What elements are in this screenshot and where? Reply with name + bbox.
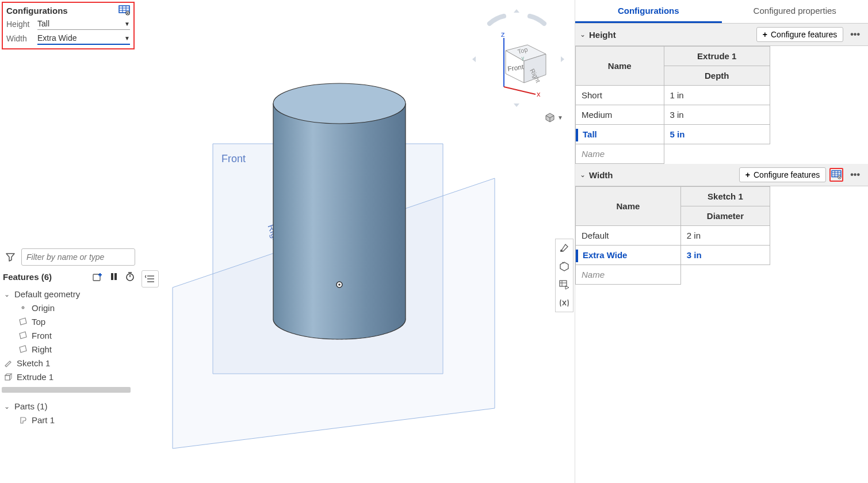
- configurations-panel: Configurations HeightTall▼WidthExtra Wid…: [2, 2, 135, 49]
- more-icon[interactable]: •••: [847, 29, 863, 40]
- config-table-title: Width: [589, 170, 736, 180]
- svg-marker-35: [514, 103, 519, 107]
- more-icon[interactable]: •••: [847, 170, 863, 180]
- part-icon: [18, 415, 28, 425]
- config-label: Height: [6, 20, 34, 29]
- svg-marker-53: [560, 262, 568, 271]
- col-header-feature: Extrude 1: [664, 47, 770, 66]
- plane-icon: [18, 344, 28, 354]
- config-tool-icon[interactable]: [556, 276, 573, 293]
- table-row[interactable]: Short1 in: [576, 86, 770, 105]
- chevron-down-icon[interactable]: ⌄: [3, 402, 11, 411]
- instance-tool-icon[interactable]: [556, 258, 573, 275]
- cell-placeholder[interactable]: Name: [576, 265, 681, 285]
- tree-item[interactable]: Front: [2, 328, 137, 342]
- timer-icon[interactable]: [124, 270, 136, 283]
- plane-label-front: Front: [221, 153, 246, 164]
- svg-point-33: [338, 283, 341, 286]
- tree-label: Top: [32, 317, 45, 327]
- tree-item[interactable]: Right: [2, 342, 137, 356]
- col-header-param: Diameter: [680, 206, 770, 226]
- tree-item[interactable]: Part 1: [2, 413, 137, 427]
- features-heading: Features (6): [3, 272, 88, 282]
- svg-point-16: [22, 307, 24, 308]
- variable-tool-icon[interactable]: [556, 294, 573, 312]
- filter-icon[interactable]: [4, 251, 17, 263]
- svg-rect-11: [114, 273, 117, 280]
- svg-rect-10: [111, 273, 113, 280]
- config-dropdown[interactable]: Tall▼: [37, 18, 130, 30]
- config-select-width: WidthExtra Wide▼: [6, 32, 130, 45]
- svg-marker-18: [20, 332, 26, 339]
- cell-name[interactable]: Short: [576, 86, 664, 105]
- table-row[interactable]: Extra Wide3 in: [576, 246, 770, 265]
- table-row[interactable]: Medium3 in: [576, 105, 770, 125]
- plane-icon: [18, 330, 28, 340]
- config-select-height: HeightTall▼: [6, 18, 130, 30]
- svg-text:x: x: [537, 90, 541, 98]
- config-table-header: ⌄Height+Configure features•••: [575, 24, 868, 46]
- plane-icon: [18, 316, 28, 327]
- configurations-panel-title: Configurations: [6, 6, 68, 16]
- config-table-title: Height: [589, 30, 753, 40]
- config-table-icon[interactable]: [118, 5, 130, 16]
- tree-label: Extrude 1: [17, 372, 53, 382]
- view-cube[interactable]: z x Front Right Top y: [472, 9, 564, 107]
- cell-value[interactable]: 3 in: [664, 105, 770, 125]
- extrude-icon: [3, 371, 13, 382]
- dropdown-caret-icon: ▼: [124, 35, 130, 41]
- context-toolbar: [555, 239, 573, 312]
- table-row[interactable]: Tall5 in: [576, 125, 770, 144]
- config-label: Width: [6, 34, 34, 43]
- cell-value[interactable]: 3 in: [680, 246, 770, 265]
- pause-icon[interactable]: [108, 270, 120, 283]
- tree-item[interactable]: Extrude 1: [2, 370, 137, 384]
- svg-point-31: [273, 83, 406, 124]
- config-table: NameSketch 1DiameterDefault2 inExtra Wid…: [575, 186, 770, 285]
- cell-name[interactable]: Tall: [576, 125, 664, 144]
- filter-input[interactable]: [21, 248, 135, 266]
- config-value: Extra Wide: [37, 33, 77, 43]
- col-header-param: Depth: [664, 66, 770, 86]
- table-row-new[interactable]: Name: [576, 265, 770, 285]
- config-table: NameExtrude 1DepthShort1 inMedium3 inTal…: [575, 46, 770, 164]
- tree-group[interactable]: ⌄Default geometry: [2, 288, 137, 301]
- tree-group-parts[interactable]: ⌄Parts (1): [2, 400, 137, 413]
- chevron-down-icon[interactable]: ⌄: [3, 290, 11, 298]
- cell-value[interactable]: 2 in: [680, 226, 770, 246]
- configure-features-button[interactable]: +Configure features: [756, 27, 843, 42]
- tab-configured-properties[interactable]: Configured properties: [722, 0, 869, 23]
- cell-name[interactable]: Extra Wide: [576, 246, 681, 265]
- 3d-viewport[interactable]: Front Right z x: [138, 0, 575, 483]
- chevron-down-icon[interactable]: ⌄: [580, 171, 586, 179]
- table-row-new[interactable]: Name: [576, 144, 770, 164]
- tree-item[interactable]: Origin: [2, 301, 137, 315]
- cell-placeholder[interactable]: Name: [576, 144, 664, 164]
- tree-item[interactable]: Sketch 1: [2, 356, 137, 370]
- table-row[interactable]: Default2 in: [576, 226, 770, 246]
- tree-label: Part 1: [32, 415, 55, 425]
- cell-value[interactable]: 1 in: [664, 86, 770, 105]
- config-dropdown[interactable]: Extra Wide▼: [37, 32, 130, 45]
- feature-tree-panel: Features (6) ⌄Default geometryOriginTopF…: [2, 247, 137, 428]
- tree-label: Origin: [32, 303, 55, 313]
- tree-label: Sketch 1: [17, 358, 50, 368]
- cell-name[interactable]: Medium: [576, 105, 664, 125]
- cell-value[interactable]: 5 in: [664, 125, 770, 144]
- chevron-down-icon[interactable]: ⌄: [580, 30, 586, 39]
- config-table-header: ⌄Width+Configure features•••: [575, 164, 868, 186]
- col-header-name: Name: [576, 47, 664, 86]
- config-table-icon[interactable]: [829, 168, 843, 182]
- svg-marker-19: [20, 346, 26, 352]
- tree-item[interactable]: Top: [2, 315, 137, 328]
- render-mode-button[interactable]: ▼: [545, 112, 563, 122]
- add-feature-icon[interactable]: [91, 270, 104, 283]
- scrollbar-stub: [2, 387, 131, 393]
- svg-rect-20: [5, 375, 10, 380]
- cell-name[interactable]: Default: [576, 226, 681, 246]
- tab-configurations[interactable]: Configurations: [575, 0, 722, 23]
- appearance-tool-icon[interactable]: [556, 239, 573, 256]
- svg-marker-58: [565, 286, 569, 289]
- configure-features-button[interactable]: +Configure features: [739, 167, 826, 182]
- tree-label: Right: [32, 344, 52, 354]
